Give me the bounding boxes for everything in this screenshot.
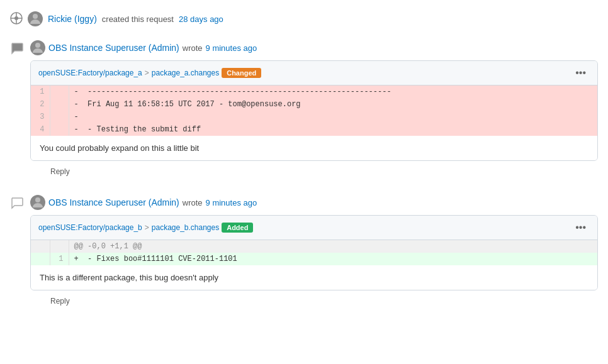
request-action-text: created this request <box>102 14 174 24</box>
comment-icon <box>10 41 24 55</box>
line-num-new <box>50 240 69 253</box>
comment-1-avatar <box>30 40 45 55</box>
table-row: 1 + - Fixes boo#1111101 CVE-2011-1101 <box>31 253 597 265</box>
line-num-new <box>50 98 69 111</box>
table-row: @@ -0,0 +1,1 @@ <box>31 240 597 253</box>
comment-2-icon <box>10 196 24 210</box>
comment-2-text: This is a different package, this bug do… <box>31 265 597 290</box>
line-num-old <box>31 253 50 265</box>
table-row: 4 - - Testing the submit diff <box>31 123 597 136</box>
line-num-old <box>31 240 50 253</box>
comment-2-badge: Added <box>222 223 253 233</box>
line-content: - - Testing the submit diff <box>69 123 597 136</box>
comment-2-menu-button[interactable]: ••• <box>571 221 590 234</box>
comment-2-reply-link[interactable]: Reply <box>50 295 70 307</box>
comment-1-reply-link[interactable]: Reply <box>50 166 70 177</box>
svg-point-1 <box>14 16 18 20</box>
comment-1-diff-title: openSUSE:Factory/package_a > package_a.c… <box>38 68 261 78</box>
line-num-new <box>50 123 69 136</box>
comment-2-project-link[interactable]: openSUSE:Factory/package_b <box>38 223 142 232</box>
comment-1-file-link[interactable]: package_a.changes <box>152 69 219 77</box>
comment-row: OBS Instance Superuser (Admin) wrote 9 m… <box>0 38 608 190</box>
comment-1-menu-button[interactable]: ••• <box>571 66 590 80</box>
comment-1-action: wrote <box>183 43 203 53</box>
line-content: + - Fixes boo#1111101 CVE-2011-1101 <box>69 253 597 265</box>
comment-1-project-link[interactable]: openSUSE:Factory/package_a <box>38 69 142 77</box>
comment-1-sep: > <box>145 69 149 77</box>
svg-point-7 <box>35 43 40 48</box>
comment-1-card: openSUSE:Factory/package_a > package_a.c… <box>30 60 598 161</box>
request-time-link[interactable]: 28 days ago <box>179 14 223 24</box>
line-hunk-content: @@ -0,0 +1,1 @@ <box>69 240 597 253</box>
comment-body: OBS Instance Superuser (Admin) wrote 9 m… <box>30 40 598 187</box>
comment-1-time-link[interactable]: 9 minutes ago <box>206 43 257 53</box>
comment-2-sep: > <box>145 223 149 232</box>
table-row: 1 - ------------------------------------… <box>31 85 597 98</box>
table-row: 2 - Fri Aug 11 16:58:15 UTC 2017 - tom@o… <box>31 98 597 111</box>
svg-point-8 <box>35 197 40 202</box>
comment-2-header: OBS Instance Superuser (Admin) wrote 9 m… <box>30 195 598 210</box>
line-content: - --------------------------------------… <box>69 85 597 98</box>
line-num-new: 1 <box>50 253 69 265</box>
table-row: 3 - <box>31 111 597 123</box>
comment-2-diff-header: openSUSE:Factory/package_b > package_b.c… <box>31 216 597 240</box>
line-num-new <box>50 85 69 98</box>
svg-point-6 <box>33 14 38 19</box>
line-num-old: 4 <box>31 123 50 136</box>
comment-2-diff-title: openSUSE:Factory/package_b > package_b.c… <box>38 223 253 233</box>
comment-2-card: openSUSE:Factory/package_b > package_b.c… <box>30 215 598 290</box>
comment-2-diff-table: @@ -0,0 +1,1 @@ 1 + - Fixes boo#1111101 … <box>31 240 597 265</box>
line-content: - <box>69 111 597 123</box>
page: Rickie (Iggy) created this request 28 da… <box>0 0 608 328</box>
comment-2-body: OBS Instance Superuser (Admin) wrote 9 m… <box>30 195 598 317</box>
comment-2-action: wrote <box>183 198 203 207</box>
comment-1-badge: Changed <box>222 68 261 78</box>
request-creator-link[interactable]: Rickie (Iggy) <box>48 14 97 24</box>
line-num-old: 3 <box>31 111 50 123</box>
line-num-new <box>50 111 69 123</box>
merge-icon <box>10 12 23 26</box>
request-creator-avatar <box>28 11 43 26</box>
comment-1-diff-table: 1 - ------------------------------------… <box>31 85 597 136</box>
comment-1-author-link[interactable]: OBS Instance Superuser (Admin) <box>48 43 179 53</box>
comment-1-diff-header: openSUSE:Factory/package_a > package_a.c… <box>31 61 597 85</box>
comment-2-file-link[interactable]: package_b.changes <box>152 223 219 232</box>
line-content: - Fri Aug 11 16:58:15 UTC 2017 - tom@ope… <box>69 98 597 111</box>
request-header: Rickie (Iggy) created this request 28 da… <box>0 6 608 31</box>
line-num-old: 1 <box>31 85 50 98</box>
line-num-old: 2 <box>31 98 50 111</box>
comment-2-time-link[interactable]: 9 minutes ago <box>206 198 257 207</box>
comment-2-row: OBS Instance Superuser (Admin) wrote 9 m… <box>0 192 608 319</box>
comment-1-text: You could probably expand on this a litt… <box>31 136 597 160</box>
comment-2-avatar <box>30 195 45 210</box>
comment-1-header: OBS Instance Superuser (Admin) wrote 9 m… <box>30 40 598 55</box>
comment-2-author-link[interactable]: OBS Instance Superuser (Admin) <box>48 197 179 207</box>
